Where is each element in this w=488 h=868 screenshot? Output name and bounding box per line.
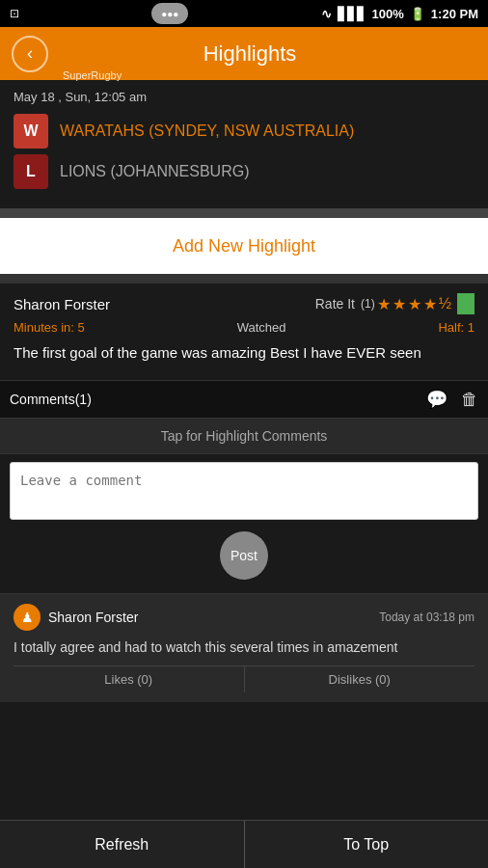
avatar-icon: ♟ <box>21 610 34 625</box>
post-button[interactable]: Post <box>220 531 268 580</box>
tap-comments-label: Tap for Highlight Comments <box>161 428 328 444</box>
wifi-icon: ∿ <box>321 7 332 21</box>
status-left: ⊡ <box>10 7 19 20</box>
comment-time: Today at 03:18 pm <box>379 610 474 624</box>
star1: ★ <box>377 295 391 313</box>
stars-section: (1) ★ ★ ★ ★ ½ <box>361 293 474 314</box>
commenter-name: Sharon Forster <box>48 610 138 625</box>
team1-icon: W <box>14 114 48 149</box>
time-label: 1:20 PM <box>431 7 478 21</box>
comment-icon[interactable]: 💬 <box>426 389 447 410</box>
rate-it-section[interactable]: Rate It (1) ★ ★ ★ ★ ½ <box>315 293 474 314</box>
likes-label: Likes (0) <box>104 672 152 687</box>
team1-row: W WARATAHS (SYNDEY, NSW AUSTRALIA) <box>14 114 474 149</box>
tap-comments-button[interactable]: Tap for Highlight Comments <box>0 418 488 453</box>
comments-bar: Comments(1) 💬 🗑 <box>0 380 488 418</box>
like-dislike-row: Likes (0) Dislikes (0) <box>14 665 474 692</box>
half-label: Half: 1 <box>438 320 474 335</box>
user-comment: ♟ Sharon Forster Today at 03:18 pm I tot… <box>0 593 488 702</box>
status-bar: ⊡ ●●● ∿ ▋▋▋ 100% 🔋 1:20 PM <box>0 0 488 27</box>
highlight-header: Sharon Forster Rate It (1) ★ ★ ★ ★ ½ <box>14 293 474 314</box>
commenter-row: ♟ Sharon Forster <box>14 604 138 631</box>
refresh-button[interactable]: Refresh <box>0 821 245 868</box>
divider2 <box>0 274 488 284</box>
comment-body: I totally agree and had to watch this se… <box>14 638 474 658</box>
commenter-avatar: ♟ <box>14 604 41 631</box>
add-highlight-button[interactable]: Add New Highlight <box>0 218 488 274</box>
user-comment-header: ♟ Sharon Forster Today at 03:18 pm <box>14 604 474 631</box>
team1-name: WARATAHS (SYNDEY, NSW AUSTRALIA) <box>60 122 354 140</box>
add-highlight-label: Add New Highlight <box>173 236 315 257</box>
to-top-button[interactable]: To Top <box>245 821 489 868</box>
bottom-bar: Refresh To Top <box>0 820 488 868</box>
team2-row: L LIONS (JOHANNESBURG) <box>14 154 474 189</box>
refresh-label: Refresh <box>95 836 149 854</box>
team2-name: LIONS (JOHANNESBURG) <box>60 163 249 180</box>
rating-count: (1) <box>361 297 375 311</box>
status-right: ∿ ▋▋▋ 100% 🔋 1:20 PM <box>321 7 478 21</box>
match-card: May 18 , Sun, 12:05 am W WARATAHS (SYNDE… <box>0 80 488 208</box>
highlight-card: Sharon Forster Rate It (1) ★ ★ ★ ★ ½ Min… <box>0 284 488 380</box>
signal-icon: ▋▋▋ <box>338 7 366 21</box>
star5: ½ <box>439 295 451 312</box>
star2: ★ <box>393 295 406 313</box>
green-indicator <box>457 293 474 314</box>
loading-indicator: ●●● <box>151 3 188 24</box>
subtitle-label: SuperRugby <box>63 69 122 81</box>
like-button[interactable]: Likes (0) <box>14 666 245 692</box>
watched-label: Watched <box>237 320 286 335</box>
top-bar: ‹ Highlights SuperRugby <box>0 27 488 80</box>
page-title: Highlights <box>60 41 476 67</box>
star4: ★ <box>423 295 437 313</box>
minutes-label: Minutes in: 5 <box>14 320 85 335</box>
highlight-text: The first goal of the game was amazing B… <box>14 342 474 363</box>
rate-it-label: Rate It <box>315 296 355 312</box>
highlight-user: Sharon Forster <box>14 296 110 312</box>
comment-input-section: Post <box>0 453 488 593</box>
divider1 <box>0 208 488 218</box>
delete-icon[interactable]: 🗑 <box>461 390 478 410</box>
comment-textarea[interactable] <box>10 462 478 520</box>
comments-label: Comments(1) <box>10 392 92 407</box>
team2-icon: L <box>14 154 48 189</box>
post-label: Post <box>230 548 258 563</box>
back-button[interactable]: ‹ <box>12 36 48 72</box>
post-btn-row: Post <box>10 531 478 585</box>
match-date: May 18 , Sun, 12:05 am <box>14 90 474 104</box>
battery-label: 100% <box>372 7 404 21</box>
meta-row: Minutes in: 5 Watched Half: 1 <box>14 320 474 335</box>
screenshot-icon: ⊡ <box>10 7 19 20</box>
dislike-button[interactable]: Dislikes (0) <box>245 666 475 692</box>
battery-icon: 🔋 <box>410 7 425 21</box>
star3: ★ <box>408 295 421 313</box>
comments-icons: 💬 🗑 <box>426 389 478 410</box>
dislikes-label: Dislikes (0) <box>329 672 391 687</box>
to-top-label: To Top <box>343 836 389 854</box>
